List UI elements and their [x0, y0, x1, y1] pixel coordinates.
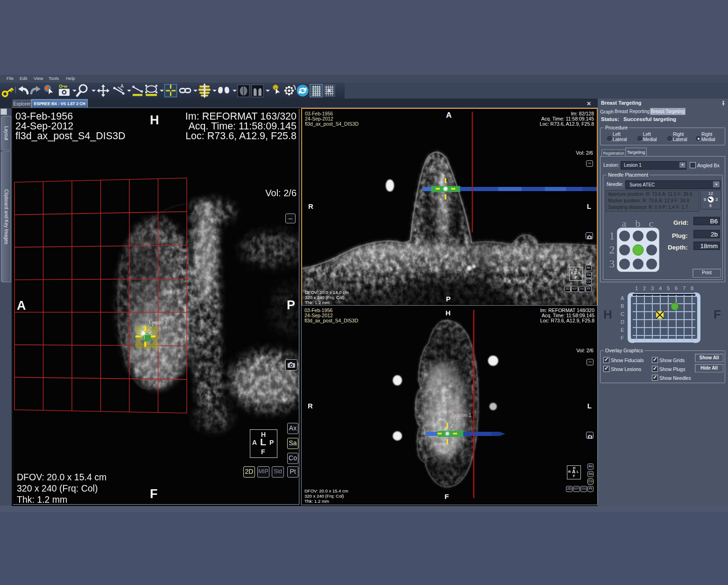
svg-text:A: A: [120, 84, 124, 89]
svg-text:Lesion 1: Lesion 1: [149, 320, 168, 325]
svg-text:Lesion 1: Lesion 1: [452, 412, 472, 418]
